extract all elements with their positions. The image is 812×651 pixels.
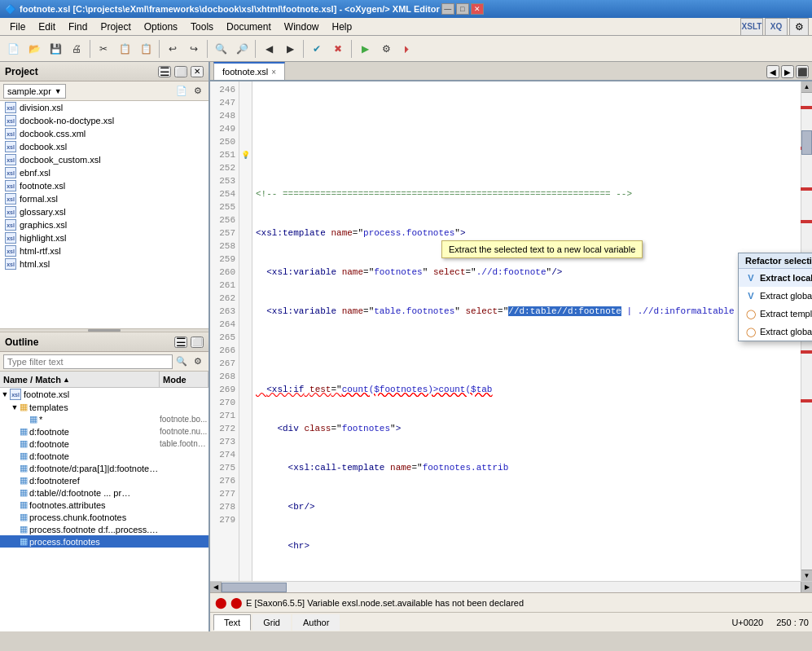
toolbar-separator3: [207, 40, 208, 58]
list-item[interactable]: xsl html-rtf.xsl: [0, 244, 208, 257]
file-list[interactable]: xsl division.xsl xsl docbook-no-doctype.…: [0, 101, 208, 329]
expand-icon[interactable]: ▼: [0, 390, 10, 398]
list-item[interactable]: xsl footnote.xsl: [0, 179, 208, 192]
scroll-track[interactable]: [222, 583, 801, 592]
debug-button[interactable]: ⚙: [376, 39, 396, 59]
tree-item-star[interactable]: ▦ * footnote.bo...: [0, 413, 208, 425]
validate-button[interactable]: ✔: [307, 39, 327, 59]
tree-item-process-dfootnote[interactable]: ▦ process.footnote d:f...process.foot...: [0, 523, 208, 535]
scroll-right-button[interactable]: ▶: [801, 582, 812, 593]
maximize-button[interactable]: □: [456, 3, 469, 15]
refactor-extract-global[interactable]: V Extract global variable: [739, 287, 812, 305]
tree-item-dfootnote2[interactable]: ▦ d:footnote table.footno...: [0, 438, 208, 450]
tree-item-templates[interactable]: ▼ ▦ templates: [0, 401, 208, 413]
editor-content[interactable]: <!-- ===================================…: [252, 81, 801, 581]
tab-grid[interactable]: Grid: [252, 614, 291, 631]
outline-name-col[interactable]: Name / Match ▲: [0, 372, 160, 387]
refactor-extract-local[interactable]: V Extract local variable: [739, 269, 812, 287]
paste-button[interactable]: 📋: [136, 39, 156, 59]
findreplace-button[interactable]: 🔎: [232, 39, 252, 59]
tab-prev-button[interactable]: ◀: [766, 65, 779, 78]
list-item[interactable]: xsl docbook.xsl: [0, 140, 208, 153]
find-button[interactable]: 🔍: [211, 39, 230, 59]
project-dropdown[interactable]: sample.xpr ▼: [3, 84, 66, 99]
format-button[interactable]: ✖: [328, 39, 348, 59]
scroll-down-button[interactable]: ▼: [801, 570, 812, 581]
run-button[interactable]: ▶: [355, 39, 375, 59]
scroll-thumb[interactable]: [801, 130, 812, 155]
editor-tab-footnote[interactable]: footnote.xsl ×: [213, 62, 285, 80]
tree-item-footnotes-attr[interactable]: ▦ footnotes.attributes: [0, 499, 208, 511]
tree-item-dfootnote-para[interactable]: ▦ d:footnote/d:para[1]|d:footnote/dis...: [0, 462, 208, 474]
menu-file[interactable]: File: [3, 18, 32, 35]
project-settings-button[interactable]: ⚙: [191, 84, 205, 99]
scroll-up-button[interactable]: ▲: [801, 81, 812, 93]
scroll-left-button[interactable]: ◀: [210, 582, 222, 593]
run2-button[interactable]: ⏵: [397, 39, 417, 59]
forward-button[interactable]: ▶: [280, 39, 300, 59]
tab-close-button[interactable]: ×: [271, 68, 276, 77]
project-float-button[interactable]: ⬜: [174, 66, 187, 77]
save-button[interactable]: 💾: [46, 39, 65, 59]
list-item[interactable]: xsl highlight.xsl: [0, 231, 208, 244]
scroll-thumb-h[interactable]: [222, 583, 287, 592]
outline-header: Outline ☰ ⬜: [0, 332, 208, 352]
menu-document[interactable]: Document: [220, 18, 278, 35]
horizontal-scrollbar[interactable]: ◀ ▶: [210, 581, 812, 592]
toolbar-separator5: [303, 40, 304, 58]
tree-item-dfootnotref[interactable]: ▦ d:footnoteref: [0, 474, 208, 486]
list-item[interactable]: xsl glossary.xsl: [0, 205, 208, 218]
project-new-button[interactable]: 📄: [174, 84, 189, 99]
project-close-button[interactable]: ✕: [191, 66, 204, 77]
minimize-button[interactable]: —: [441, 3, 454, 15]
close-button[interactable]: ✕: [471, 3, 484, 15]
expand-icon[interactable]: ▼: [10, 403, 20, 411]
project-options-button[interactable]: ☰: [158, 66, 171, 77]
tab-author[interactable]: Author: [292, 614, 340, 631]
xsl-icon: xsl: [5, 219, 16, 231]
undo-button[interactable]: ↩: [163, 39, 182, 59]
list-item[interactable]: xsl html.xsl: [0, 257, 208, 271]
list-item[interactable]: xsl docbook-no-doctype.xsl: [0, 114, 208, 127]
menu-tools[interactable]: Tools: [184, 18, 220, 35]
refactor-extract-template-param[interactable]: ◯ Extract template parameter: [739, 305, 812, 323]
outline-mode-col[interactable]: Mode: [160, 372, 208, 387]
tree-item-process-chunk[interactable]: ▦ process.chunk.footnotes: [0, 511, 208, 523]
list-item[interactable]: xsl graphics.xsl: [0, 218, 208, 231]
menu-help[interactable]: Help: [326, 18, 359, 35]
tree-item-dtable[interactable]: ▦ d:table//d:footnote ... process.foot..…: [0, 486, 208, 499]
menu-project[interactable]: Project: [94, 18, 137, 35]
outline-settings-button[interactable]: ⚙: [191, 354, 205, 369]
menu-options[interactable]: Options: [138, 18, 184, 35]
outline-float-button[interactable]: ⬜: [191, 336, 204, 348]
menu-window[interactable]: Window: [278, 18, 326, 35]
tab-next-button[interactable]: ▶: [781, 65, 794, 78]
new-button[interactable]: 📄: [3, 39, 23, 59]
list-item[interactable]: xsl formal.xsl: [0, 192, 208, 205]
tree-item-dfootnote1[interactable]: ▦ d:footnote footnote.nu...: [0, 425, 208, 438]
cut-button[interactable]: ✂: [94, 39, 113, 59]
tab-text[interactable]: Text: [213, 614, 251, 631]
back-button[interactable]: ◀: [259, 39, 279, 59]
list-item[interactable]: xsl docbook_custom.xsl: [0, 153, 208, 166]
list-item[interactable]: xsl docbook.css.xml: [0, 127, 208, 140]
tree-item-footnote-xsl[interactable]: ▼ xsl footnote.xsl: [0, 388, 208, 401]
xsl-icon: xsl: [5, 180, 16, 191]
outline-options-button[interactable]: ☰: [174, 336, 187, 348]
copy-button[interactable]: 📋: [115, 39, 134, 59]
tab-menu-button[interactable]: ⬛: [796, 65, 809, 78]
outline-tree[interactable]: ▼ xsl footnote.xsl ▼ ▦ templates ▦ * foo…: [0, 388, 208, 631]
open-button[interactable]: 📂: [24, 39, 44, 59]
list-item[interactable]: xsl ebnf.xsl: [0, 166, 208, 179]
outline-search-button[interactable]: 🔍: [174, 354, 189, 369]
tree-item-dfootnote3[interactable]: ▦ d:footnote: [0, 450, 208, 462]
print-button[interactable]: 🖨: [67, 39, 86, 59]
resize-handle[interactable]: [88, 329, 121, 332]
menu-edit[interactable]: Edit: [32, 18, 62, 35]
menu-find[interactable]: Find: [62, 18, 94, 35]
list-item[interactable]: xsl division.xsl: [0, 101, 208, 114]
outline-filter-input[interactable]: [3, 354, 173, 369]
refactor-extract-global-param[interactable]: ◯ Extract global parameter: [739, 323, 812, 341]
tree-item-process-footnotes[interactable]: ▦ process.footnotes: [0, 535, 208, 548]
redo-button[interactable]: ↪: [184, 39, 204, 59]
